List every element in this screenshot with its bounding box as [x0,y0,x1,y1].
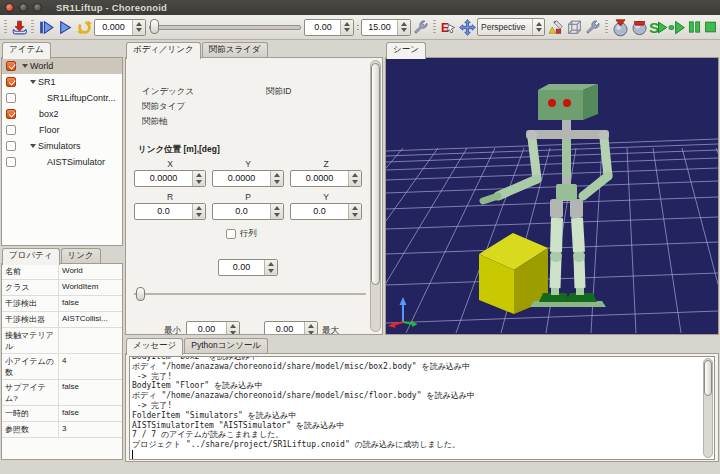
joint-angle-spinbox[interactable]: 0.00 [218,259,278,276]
window-title: SR1Liftup - Choreonoid [56,2,167,13]
item-checkbox[interactable] [6,93,16,103]
y-position-spinbox[interactable]: 0.0000 [212,170,284,187]
item-checkbox[interactable] [6,157,16,167]
resume-simulation-button[interactable] [668,18,686,37]
matrix-checkbox[interactable] [226,229,236,239]
expand-arrow-icon[interactable] [22,64,28,68]
tree-item-floor[interactable]: Floor [2,122,122,138]
camera-select-value: Perspective [478,22,532,32]
tab-joint-slider[interactable]: 関節スライダ [202,42,268,58]
pause-simulation-button[interactable] [687,18,702,37]
window-maximize-button[interactable] [33,3,42,12]
current-time-spinbox[interactable]: 0.000 [94,19,146,36]
tab-link[interactable]: リンク [61,248,101,264]
toolbar-grip[interactable] [4,20,7,35]
tree-item-aistsimulator[interactable]: AISTSimulator [2,154,122,170]
spin-buttons[interactable] [270,204,283,219]
console-line: -> 完了! [130,401,714,411]
x-position-spinbox[interactable]: 0.0000 [134,170,206,187]
stop-simulation-button[interactable] [703,18,718,37]
tab-scene[interactable]: シーン [386,42,426,59]
time-slider[interactable] [147,18,303,36]
tab-property[interactable]: プロパティ [2,248,60,265]
matrix-checkbox-row[interactable]: 行列 [226,228,257,240]
message-console[interactable]: BodyItem "box2" を読み込み中 ボディ "/home/anazaw… [129,356,715,460]
scene-edit-icon [547,19,564,36]
spin-buttons[interactable] [348,171,361,186]
spin-buttons[interactable] [132,20,145,35]
save-project-button[interactable] [10,18,28,37]
edit-mode-button[interactable]: E [439,18,457,37]
property-row[interactable]: 干渉検出器AISTCollisi... [2,312,122,328]
z-position-spinbox[interactable]: 0.0000 [290,170,362,187]
item-checkbox[interactable] [6,125,16,135]
joint-slider-handle[interactable] [136,287,145,301]
toolbar-grip[interactable] [433,20,436,35]
property-row[interactable]: サブアイテム?false [2,380,122,406]
tab-message[interactable]: メッセージ [126,338,183,355]
collision-view-button[interactable] [565,18,583,37]
play-from-start-button[interactable] [37,18,55,37]
tab-body-link[interactable]: ボディ／リンク [126,42,201,59]
spin-buttons[interactable] [304,322,317,335]
scrollbar-thumb[interactable] [371,63,380,285]
property-row[interactable]: 小アイテムの数4 [2,354,122,380]
spin-buttons[interactable] [270,171,283,186]
item-checkbox[interactable] [6,61,16,71]
item-checkbox[interactable] [6,77,16,87]
spin-buttons[interactable] [340,20,353,35]
play-button[interactable] [56,18,74,37]
toolbar-grip[interactable] [31,20,34,35]
min-spinbox[interactable]: 0.00 [186,321,240,335]
scrollbar-thumb[interactable] [704,360,712,396]
tree-item-box2[interactable]: box2 [2,106,122,122]
body-panel-scrollbar[interactable] [370,60,381,332]
property-row[interactable]: 一時的false [2,406,122,422]
roll-spinbox[interactable]: 0.0 [134,203,206,220]
body-state-restore-button[interactable] [630,18,648,37]
spin-buttons[interactable] [226,322,239,335]
property-row[interactable]: 参照数3 [2,422,122,438]
time-range-start-spinbox[interactable]: 0.00 [304,19,354,36]
property-row[interactable]: 名前World [2,264,122,280]
item-checkbox[interactable] [6,141,16,151]
joint-angle-slider[interactable] [134,286,366,302]
body-state-store-button[interactable] [611,18,629,37]
time-slider-handle[interactable] [150,19,159,34]
pitch-spinbox[interactable]: 0.0 [212,203,284,220]
tab-python-console[interactable]: Pythonコンソール [184,338,268,354]
choreonoid-window: { "window": { "title": "SR1Liftup - Chor… [0,0,720,474]
tab-items[interactable]: アイテム [2,42,51,59]
refresh-button[interactable] [75,18,93,37]
max-spinbox[interactable]: 0.00 [264,321,318,335]
tree-item-simulators[interactable]: Simulators [2,138,122,154]
translation-mode-button[interactable] [458,18,476,37]
spin-buttons[interactable] [192,171,205,186]
toolbar-grip[interactable] [605,20,608,35]
tree-item-sr1[interactable]: SR1 [2,74,122,90]
window-minimize-button[interactable] [19,3,28,12]
expand-arrow-icon[interactable] [30,144,36,148]
scene-3d-viewport[interactable] [386,58,718,334]
time-range-end-spinbox[interactable]: 15.00 [361,19,411,36]
console-scrollbar[interactable] [703,358,713,458]
time-settings-button[interactable] [412,18,430,37]
item-checkbox[interactable] [6,109,16,119]
yaw-spinbox[interactable]: 0.0 [290,203,362,220]
expand-arrow-icon[interactable] [30,80,36,84]
property-row[interactable]: クラスWorldItem [2,280,122,296]
spin-buttons[interactable] [264,260,277,275]
window-close-button[interactable] [5,3,14,12]
spin-buttons[interactable] [397,20,410,35]
property-row[interactable]: 干渉検出false [2,296,122,312]
spin-buttons[interactable] [192,204,205,219]
scene-settings-button[interactable] [584,18,602,37]
camera-select-combobox[interactable]: Perspective [477,18,545,36]
spin-buttons[interactable] [348,204,361,219]
play-icon [57,19,74,36]
start-simulation-button[interactable]: S [649,18,667,37]
scene-edit-button[interactable] [546,18,564,37]
property-row[interactable]: 接触マテリアル [2,328,122,354]
tree-item-sr1liftupcontroller[interactable]: SR1LiftupContr... [2,90,122,106]
tree-item-world[interactable]: World [2,58,122,74]
